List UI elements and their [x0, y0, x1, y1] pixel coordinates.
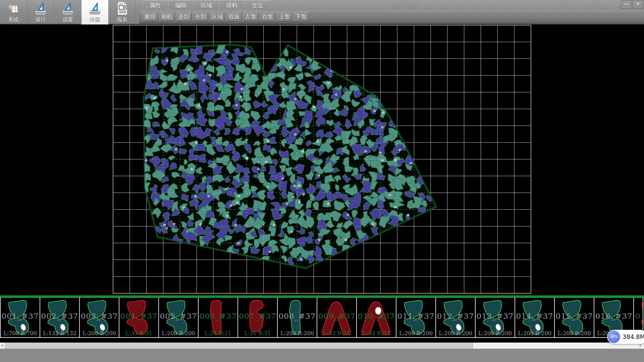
- piece-id-label: 015_#37: [555, 312, 594, 320]
- piece-id-label: 002_#37: [40, 312, 79, 320]
- titlebar: 系统 设计 设置 排版 报表 属性编辑区域排料交互 聚排相机选割全割区域瑕疵左靠…: [0, 0, 644, 24]
- piece-thumbnail[interactable]: 002_#37L:132 R:132: [40, 298, 80, 337]
- piece-thumbnail[interactable]: 003_#37L:200 R:200: [80, 298, 119, 337]
- piece-id-label: 014_#37: [515, 312, 554, 320]
- piece-thumbnail-list: 001_#37L:700 R:700002_#37L:132 R:132003_…: [0, 298, 643, 338]
- tool-button-bar: 聚排相机选割全割区域瑕疵左靠右靠上靠下靠: [142, 12, 309, 21]
- toolbar-button-label: 报表: [109, 16, 136, 23]
- tool-button-camera[interactable]: 相机: [159, 12, 175, 21]
- tool-button-region[interactable]: 区域: [209, 12, 225, 21]
- tool-button-align-bottom[interactable]: 下靠: [293, 12, 309, 21]
- piece-id-label: 013_#37: [476, 312, 515, 320]
- piece-count-label: L:200 R:200: [159, 330, 198, 337]
- report-doc-icon: [115, 1, 129, 16]
- menu-tab-interact[interactable]: 交互: [245, 0, 270, 10]
- tool-button-select-cut[interactable]: 选割: [176, 12, 192, 21]
- toolbar-button-system[interactable]: 系统: [0, 0, 27, 24]
- scrollbar-thumb[interactable]: [5, 343, 473, 349]
- toolbar-button-report[interactable]: 报表: [109, 0, 136, 24]
- status-badge: 38% 384.8M: [607, 330, 644, 344]
- menu-tab-region[interactable]: 区域: [194, 0, 219, 10]
- nesting-drawing: [0, 24, 644, 296]
- piece-count-label: L:200 R:200: [80, 330, 119, 337]
- piece-thumbnail[interactable]: 011_#37L:200 R:200: [396, 298, 436, 337]
- piece-id-label: 006_#37: [199, 312, 237, 320]
- piece-thumbnail[interactable]: 013_#37L:200 R:200: [476, 298, 515, 337]
- toolbar-button-label: 排版: [82, 16, 108, 23]
- piece-count-label: L:200 R:200: [396, 330, 435, 337]
- piece-id-label: 012_#37: [436, 312, 475, 320]
- piece-thumbnail[interactable]: 015_#37L:200 R:200: [555, 298, 594, 337]
- piece-count-label: L:32 R:31: [317, 330, 356, 337]
- piece-count-label: L:21 R:21: [199, 330, 237, 337]
- scroll-left-arrow[interactable]: ‹: [0, 343, 5, 349]
- toolbar-button-label: 设置: [54, 16, 81, 23]
- piece-id-label: 007_#37: [238, 312, 277, 320]
- piece-id-label: 005_#37: [159, 312, 198, 320]
- tool-button-cluster-nest[interactable]: 聚排: [142, 12, 158, 21]
- menu-tab-bar: 属性编辑区域排料交互: [143, 0, 270, 10]
- app-toolbar: 系统 设计 设置 排版 报表: [0, 0, 136, 24]
- window-controls: — ✕: [621, 0, 643, 9]
- nesting-ruler-icon: [88, 1, 102, 16]
- piece-id-label: 016_#37: [594, 312, 633, 320]
- piece-thumbnail[interactable]: 006_#37L:21 R:21: [199, 298, 238, 337]
- piece-count-label: L:700 R:700: [1, 330, 40, 337]
- piece-thumbnail[interactable]: 008_#37L:200 R:200: [278, 298, 317, 337]
- horizontal-scrollbar[interactable]: ‹ ›: [0, 343, 644, 349]
- piece-count-label: L:200 R:200: [476, 330, 515, 337]
- menu-tab-material[interactable]: 排料: [219, 0, 245, 10]
- tool-button-align-top[interactable]: 上靠: [276, 12, 292, 21]
- piece-id-label: 010_#37: [357, 312, 396, 320]
- piece-thumbnail[interactable]: 014_#37L:200 R:200: [515, 298, 555, 337]
- piece-count-label: L:31 R:31: [119, 330, 158, 337]
- progress-percent-badge: 38%: [607, 330, 620, 343]
- close-button[interactable]: ✕: [633, 0, 643, 9]
- piece-id-label: 008_#37: [278, 312, 317, 320]
- piece-id-label: 003_#37: [80, 312, 119, 320]
- piece-id-label: 004_#37: [119, 312, 158, 320]
- pieces-strip: 001_#37L:700 R:700002_#37L:132 R:132003_…: [0, 296, 644, 343]
- piece-count-label: L:132 R:132: [40, 330, 79, 337]
- piece-count-label: L:31 R:31: [238, 330, 277, 337]
- toolbar-button-design[interactable]: 设计: [27, 0, 54, 24]
- piece-thumbnail[interactable]: 004_#37L:31 R:31: [119, 298, 159, 337]
- piece-count-label: L:200 R:200: [515, 330, 554, 337]
- piece-thumbnail[interactable]: 010_#37L:33 R:33: [357, 298, 396, 337]
- toolbar-button-nesting[interactable]: 排版: [82, 0, 109, 24]
- design-ruler-icon: [34, 1, 47, 16]
- tool-button-align-left[interactable]: 左靠: [243, 12, 259, 21]
- piece-thumbnail[interactable]: 005_#37L:200 R:200: [159, 298, 199, 337]
- piece-id-label: 011_#37: [396, 312, 435, 320]
- app-window: 系统 设计 设置 排版 报表 属性编辑区域排料交互 聚排相机选割全割区域瑕疵左靠…: [0, 0, 644, 362]
- status-bar: [0, 349, 644, 362]
- settings-ruler-icon: [61, 1, 74, 16]
- piece-thumbnail[interactable]: 009_#37L:32 R:31: [317, 298, 357, 337]
- minimize-button[interactable]: —: [621, 0, 632, 9]
- piece-id-label: 0: [634, 312, 643, 320]
- system-gear-icon: [7, 1, 20, 16]
- menu-tab-properties[interactable]: 属性: [143, 0, 168, 10]
- tool-button-defect[interactable]: 瑕疵: [226, 12, 242, 21]
- toolbar-button-label: 系统: [0, 16, 27, 23]
- menu-tab-edit[interactable]: 编辑: [168, 0, 194, 10]
- tool-button-cut-all[interactable]: 全割: [193, 12, 208, 21]
- tool-button-align-right[interactable]: 右靠: [260, 12, 275, 21]
- piece-thumbnail[interactable]: 007_#37L:31 R:31: [238, 298, 278, 337]
- piece-count-label: L:200 R:200: [278, 330, 317, 337]
- piece-thumbnail[interactable]: 012_#37L:200 R:200: [436, 298, 476, 337]
- toolbar-button-settings[interactable]: 设置: [54, 0, 82, 24]
- piece-thumbnail[interactable]: 001_#37L:700 R:700: [1, 298, 40, 337]
- piece-count-label: L:200 R:200: [436, 330, 475, 337]
- memory-usage-label: 384.8M: [623, 330, 644, 344]
- nesting-canvas[interactable]: [0, 24, 644, 296]
- piece-count-label: L:200 R:200: [555, 330, 594, 337]
- piece-id-label: 009_#37: [317, 312, 356, 320]
- toolbar-button-label: 设计: [27, 16, 54, 23]
- piece-count-label: L:33 R:33: [357, 330, 396, 337]
- piece-id-label: 001_#37: [1, 312, 40, 320]
